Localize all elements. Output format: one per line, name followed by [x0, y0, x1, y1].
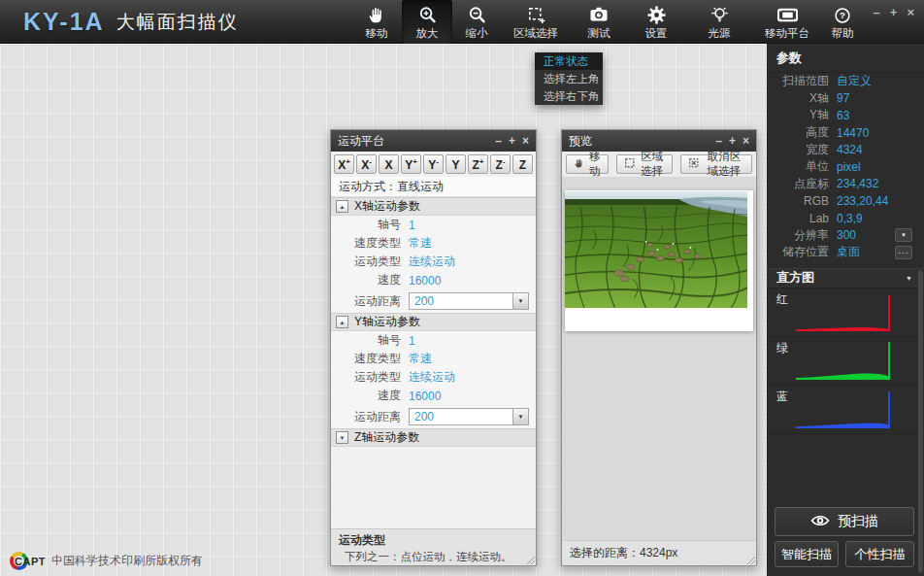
preview-panel: 预览 – + × 移动 区域选择 [561, 129, 757, 566]
field-value[interactable]: 连续运动 [409, 369, 455, 386]
param-row: 储存位置 桌面 ··· [767, 244, 924, 261]
histogram-channel-green: 绿 [767, 337, 924, 386]
hand-icon [367, 3, 387, 25]
param-row: 单位 pixel [767, 158, 924, 176]
axis-button-z-plus[interactable]: Z+ [468, 154, 488, 174]
field-value[interactable]: 常速 [409, 351, 432, 367]
sidebar-scrollbar[interactable] [918, 270, 923, 573]
preview-panel-titlebar[interactable]: 预览 – + × [562, 130, 756, 152]
x-axis-section-header[interactable]: ▲ X轴运动参数 [331, 197, 536, 216]
field-value[interactable]: 16000 [409, 274, 441, 288]
collapse-up-icon[interactable]: ▲ [336, 316, 348, 328]
param-value[interactable]: pixel [837, 160, 861, 174]
axis-button-y-plus[interactable]: Y+ [401, 154, 421, 174]
tool-help[interactable]: ? 帮助 [821, 0, 864, 44]
motion-panel-titlebar[interactable]: 运动平台 – + × [331, 130, 536, 152]
chevron-down-icon[interactable]: ▼ [512, 293, 528, 309]
param-value[interactable]: 自定义 [837, 73, 872, 89]
collapse-up-icon[interactable]: ▲ [336, 200, 348, 213]
field-value[interactable]: 1 [409, 334, 415, 348]
tool-light-source[interactable]: 光源 [685, 0, 753, 44]
panel-close-button[interactable]: × [522, 134, 529, 148]
field-value[interactable]: 1 [409, 219, 415, 232]
menu-item-normal-state[interactable]: 正常状态 [535, 52, 603, 70]
axis-button-x-minus[interactable]: X- [356, 154, 377, 174]
panel-maximize-button[interactable]: + [729, 134, 736, 148]
menu-item-select-top-left[interactable]: 选择左上角 [535, 70, 603, 87]
param-value[interactable]: 14470 [837, 126, 869, 140]
param-label: 高度 [767, 124, 829, 141]
axis-button-x-plus[interactable]: X+ [334, 154, 354, 174]
collapse-down-icon[interactable]: ▼ [336, 431, 348, 444]
panel-title: 运动平台 [338, 133, 384, 150]
param-row: 轴号 1 [331, 331, 536, 350]
chevron-down-icon: ▼ [901, 232, 907, 238]
chevron-down-icon[interactable]: ▼ [512, 409, 528, 424]
param-value[interactable]: 97 [837, 91, 849, 105]
param-row: 运动距离 200 ▼ [331, 405, 536, 428]
field-value[interactable]: 常速 [409, 235, 432, 252]
panel-minimize-button[interactable]: – [715, 134, 722, 148]
param-label: RGB [767, 194, 829, 208]
app-window: KY-1A 大幅面扫描仪 移动 放大 缩小 [0, 0, 924, 576]
preview-image-area[interactable] [562, 178, 756, 540]
svg-text:?: ? [840, 10, 845, 20]
toolbar-items: 移动 放大 缩小 区域选择 [351, 0, 864, 44]
combobox-value: 200 [410, 293, 512, 309]
y-distance-combobox[interactable]: 200 ▼ [409, 408, 529, 425]
axis-button-y[interactable]: Y [446, 154, 466, 174]
param-value: 234,432 [837, 177, 878, 190]
tool-settings[interactable]: 设置 [627, 0, 685, 44]
app-logo: KY-1A [23, 8, 105, 36]
z-axis-section-header[interactable]: ▼ Z轴运动参数 [331, 428, 536, 447]
x-distance-combobox[interactable]: 200 ▼ [409, 292, 529, 310]
axis-button-y-minus[interactable]: Y- [423, 154, 444, 174]
zoom-in-icon [417, 3, 438, 25]
axis-jog-buttons: X+ X- X Y+ Y- Y Z+ Z- Z [331, 152, 536, 177]
panel-controls: – + × [715, 134, 749, 148]
panel-maximize-button[interactable]: + [509, 134, 515, 148]
histogram-header[interactable]: 直方图 ▼ [767, 268, 924, 288]
tool-region-select[interactable]: 区域选择 [501, 0, 571, 44]
param-value[interactable]: 300 [837, 228, 856, 242]
app-title: 大幅面扫描仪 [116, 10, 239, 35]
panel-close-button[interactable]: × [742, 134, 749, 148]
param-value[interactable]: 63 [837, 109, 849, 122]
preview-region-select-button[interactable]: 区域选择 [616, 154, 673, 174]
window-maximize-button[interactable]: + [890, 6, 898, 19]
param-row: Lab 0,3,9 [767, 210, 924, 227]
menu-item-select-bottom-right[interactable]: 选择右下角 [535, 87, 603, 105]
param-value[interactable]: 桌面 [837, 244, 860, 260]
param-label: 点座标 [767, 176, 829, 192]
tool-zoom-out[interactable]: 缩小 [452, 0, 501, 44]
browse-location-button[interactable]: ··· [895, 246, 912, 259]
tool-move[interactable]: 移动 [351, 0, 402, 44]
tool-test[interactable]: 测试 [571, 0, 627, 44]
preview-move-button[interactable]: 移动 [566, 154, 609, 174]
smart-scan-button[interactable]: 智能扫描 [775, 541, 839, 567]
resize-grip[interactable] [745, 555, 755, 564]
custom-scan-button[interactable]: 个性扫描 [845, 541, 914, 567]
cancel-region-icon [688, 157, 700, 171]
channel-label: 绿 [776, 340, 788, 356]
tool-motion-platform[interactable]: 移动平台 [753, 0, 821, 44]
window-minimize-button[interactable]: – [874, 6, 880, 19]
param-value[interactable]: 4324 [837, 143, 863, 156]
axis-button-z-minus[interactable]: Z- [490, 154, 511, 174]
prescan-button[interactable]: 预扫描 [775, 507, 914, 536]
panel-minimize-button[interactable]: – [495, 134, 502, 148]
window-close-button[interactable]: × [907, 6, 914, 19]
param-label: 单位 [767, 158, 829, 175]
param-label: 分辨率 [767, 227, 829, 244]
y-axis-section-header[interactable]: ▲ Y轴运动参数 [331, 313, 536, 331]
field-value[interactable]: 连续运动 [409, 254, 455, 270]
axis-button-z[interactable]: Z [512, 154, 533, 174]
param-row: 运动类型 连续运动 [331, 368, 536, 387]
resolution-dropdown-button[interactable]: ▼ [895, 228, 912, 242]
param-row: 速度 16000 [331, 387, 536, 405]
tool-zoom-in[interactable]: 放大 [402, 0, 452, 44]
selection-distance-status: 选择的距离：4324px [570, 546, 677, 559]
preview-cancel-region-button[interactable]: 取消区域选择 [680, 154, 752, 174]
axis-button-x[interactable]: X [379, 154, 399, 174]
field-value[interactable]: 16000 [409, 390, 441, 403]
